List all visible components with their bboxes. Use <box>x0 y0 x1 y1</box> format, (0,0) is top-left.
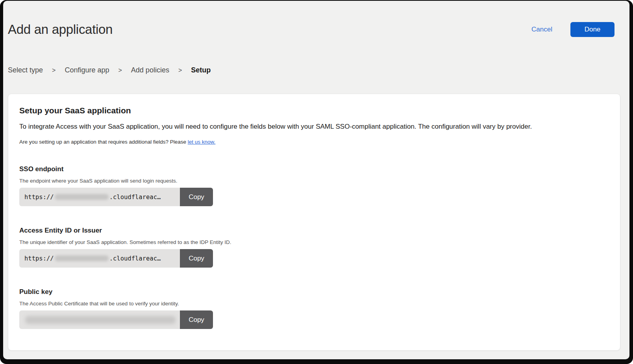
done-button[interactable]: Done <box>570 22 614 37</box>
access-entity-id-value: https://.cloudflareac… <box>19 249 180 268</box>
breadcrumb-step-add-policies[interactable]: Add policies <box>131 66 169 74</box>
page-title: Add an application <box>8 20 113 39</box>
url-prefix: https:// <box>24 194 54 201</box>
sso-endpoint-value: https://.cloudflareac… <box>19 188 180 206</box>
sso-endpoint-copy-row: https://.cloudflareac… Copy <box>19 188 213 206</box>
add-application-page: Add an application Cancel Done Select ty… <box>3 1 629 359</box>
breadcrumb-separator: > <box>178 67 182 74</box>
sso-endpoint-title: SSO endpoint <box>19 165 609 173</box>
public-key-copy-row: Copy <box>19 310 213 329</box>
public-key-value <box>19 310 180 329</box>
card-heading: Setup your SaaS application <box>19 105 609 116</box>
access-entity-id-section: Access Entity ID or Issuer The unique id… <box>19 227 609 268</box>
note-text: Are you setting up an application that r… <box>19 139 186 145</box>
breadcrumb-step-setup[interactable]: Setup <box>191 66 211 74</box>
redacted-value <box>25 316 176 324</box>
redacted-value <box>55 194 109 200</box>
breadcrumb-step-configure-app[interactable]: Configure app <box>65 66 109 74</box>
breadcrumb: Select type > Configure app > Add polici… <box>8 66 629 74</box>
url-prefix: https:// <box>24 255 54 262</box>
breadcrumb-separator: > <box>118 67 122 74</box>
public-key-description: The Access Public Certificate that will … <box>19 301 609 307</box>
sso-endpoint-section: SSO endpoint The endpoint where your Saa… <box>19 165 609 206</box>
screenshot-frame: Add an application Cancel Done Select ty… <box>0 0 633 364</box>
breadcrumb-step-select-type[interactable]: Select type <box>8 66 43 74</box>
public-key-title: Public key <box>19 288 609 296</box>
public-key-copy-button[interactable]: Copy <box>180 310 213 329</box>
url-suffix: .cloudflareac… <box>109 194 161 201</box>
cancel-button[interactable]: Cancel <box>531 26 552 33</box>
let-us-know-link[interactable]: let us know. <box>188 139 216 145</box>
card-note: Are you setting up an application that r… <box>19 139 609 145</box>
redacted-value <box>55 255 109 261</box>
url-suffix: .cloudflareac… <box>109 255 161 262</box>
access-entity-id-copy-button[interactable]: Copy <box>180 249 213 268</box>
breadcrumb-separator: > <box>52 67 56 74</box>
header-actions: Cancel Done <box>531 22 614 37</box>
sso-endpoint-copy-button[interactable]: Copy <box>180 188 213 206</box>
access-entity-id-copy-row: https://.cloudflareac… Copy <box>19 249 213 268</box>
access-entity-id-description: The unique identifier of your SaaS appli… <box>19 239 609 245</box>
card-description: To integrate Access with your SaaS appli… <box>19 122 609 131</box>
setup-card: Setup your SaaS application To integrate… <box>8 94 620 351</box>
sso-endpoint-description: The endpoint where your SaaS application… <box>19 178 609 184</box>
access-entity-id-title: Access Entity ID or Issuer <box>19 227 609 235</box>
public-key-section: Public key The Access Public Certificate… <box>19 288 609 329</box>
page-header: Add an application Cancel Done <box>3 1 629 39</box>
